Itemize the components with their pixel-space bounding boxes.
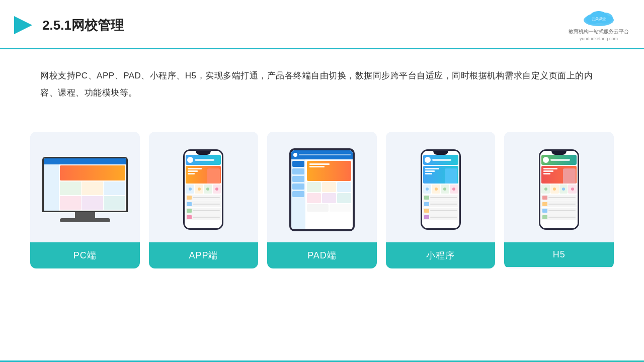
card-app-image bbox=[149, 132, 259, 242]
card-h5-image bbox=[504, 132, 614, 242]
pc-screen bbox=[42, 157, 128, 212]
svg-marker-0 bbox=[14, 16, 32, 34]
pad-device-mockup bbox=[289, 148, 355, 231]
logo-area: 云朵课堂 教育机构一站式服务云平台 yunduoketang.com bbox=[569, 9, 629, 41]
h5-phone-notch bbox=[551, 151, 567, 155]
header-left: 2.5.1网校管理 bbox=[12, 14, 124, 36]
card-pad: PAD端 bbox=[267, 132, 377, 268]
pad-screen bbox=[291, 150, 353, 229]
cards-section: PC端 bbox=[0, 117, 644, 268]
card-miniprogram-label: 小程序 bbox=[386, 242, 496, 268]
card-pc-image bbox=[30, 132, 140, 242]
card-pc-label: PC端 bbox=[30, 242, 140, 268]
card-pc: PC端 bbox=[30, 132, 140, 268]
card-h5-label: H5 bbox=[504, 242, 614, 267]
page-title: 2.5.1网校管理 bbox=[42, 17, 124, 34]
logo-url: yunduoketang.com bbox=[580, 36, 618, 41]
page-header: 2.5.1网校管理 云朵课堂 教育机构一站式服务云平台 yunduoketang… bbox=[0, 0, 644, 49]
card-h5: H5 bbox=[504, 132, 614, 268]
app-device-mockup bbox=[183, 149, 223, 230]
card-pad-label: PAD端 bbox=[267, 242, 377, 268]
card-pad-image bbox=[267, 132, 377, 242]
logo-tagline: 教育机构一站式服务云平台 bbox=[569, 28, 629, 35]
card-miniprogram: 小程序 bbox=[386, 132, 496, 268]
phone-screen bbox=[185, 151, 222, 228]
svg-text:云朵课堂: 云朵课堂 bbox=[592, 17, 606, 21]
mini-phone-notch bbox=[433, 151, 448, 155]
pc-device-mockup bbox=[42, 157, 128, 222]
play-icon bbox=[12, 14, 34, 36]
card-miniprogram-image bbox=[386, 132, 496, 242]
mini-phone-screen bbox=[422, 151, 459, 228]
h5-device-mockup bbox=[539, 149, 579, 230]
h5-phone-screen bbox=[540, 151, 578, 228]
miniprogram-device-mockup bbox=[421, 149, 461, 230]
card-app: APP端 bbox=[149, 132, 259, 268]
card-app-label: APP端 bbox=[149, 242, 259, 268]
logo-cloud-icon: 云朵课堂 bbox=[579, 9, 619, 27]
phone-notch bbox=[196, 151, 211, 155]
description-text: 网校支持PC、APP、PAD、小程序、H5，实现多端打通，产品各终端自由切换，数… bbox=[40, 71, 593, 98]
description-area: 网校支持PC、APP、PAD、小程序、H5，实现多端打通，产品各终端自由切换，数… bbox=[0, 49, 644, 112]
